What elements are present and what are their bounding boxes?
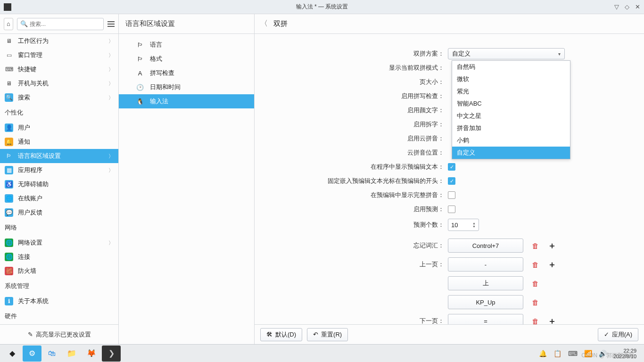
subcategory-item[interactable]: 🏳语言 <box>119 38 254 52</box>
sidebar-item[interactable]: 🔔通知 <box>0 135 118 149</box>
show-full-checkbox[interactable] <box>448 191 455 199</box>
highlight-changed-button[interactable]: ✎ 高亮显示已更改设置 <box>0 324 118 344</box>
scheme-option[interactable]: 智能ABC <box>452 98 570 110</box>
sidebar-item[interactable]: 🌐在线账户 <box>0 191 118 206</box>
sidebar-item-label: 开机与关机 <box>18 79 49 88</box>
tray-bell-icon[interactable]: 🔔 <box>539 350 547 357</box>
sidebar-item-icon: ▭ <box>5 51 13 59</box>
trash-icon[interactable]: 🗑 <box>530 297 540 307</box>
apply-button[interactable]: ✓应用(A) <box>598 328 638 341</box>
trash-icon[interactable]: 🗑 <box>530 278 540 288</box>
sidebar-item-label: 关于本系统 <box>18 297 49 305</box>
main-panel: 〈 双拼 双拼方案： 自定义 ▾ 自然码微软紫光智能ABC中文之星拼音加加小鹤自… <box>255 14 644 344</box>
search-field[interactable] <box>30 21 100 27</box>
tray-wifi-icon[interactable]: 📶 <box>584 350 592 357</box>
taskbar-app-terminal[interactable]: ❯ <box>102 346 121 362</box>
tray-volume-icon[interactable]: 🔊 <box>599 350 607 357</box>
sidebar-item[interactable]: 🖥开机与关机〉 <box>0 76 118 90</box>
tray-keyboard-icon[interactable]: ⌨ <box>568 350 578 357</box>
reset-button[interactable]: ↶重置(R) <box>307 328 348 341</box>
chevron-down-icon: ▾ <box>558 51 561 57</box>
taskbar-app-firefox[interactable]: 🦊 <box>82 346 101 362</box>
sidebar-item[interactable]: ▭窗口管理〉 <box>0 48 118 62</box>
sidebar-item[interactable]: ⌨快捷键〉 <box>0 62 118 76</box>
prevpage-key-1[interactable]: - <box>448 257 523 272</box>
chevron-right-icon: 〉 <box>108 167 114 174</box>
sidebar-category: 网络 <box>0 220 118 236</box>
subcategory-item[interactable]: 🐧输入法 <box>119 94 254 108</box>
window-minimize[interactable]: ▽ <box>614 3 619 10</box>
page-title: 双拼 <box>273 19 288 28</box>
start-menu[interactable]: ◆ <box>3 346 22 362</box>
tray-clipboard-icon[interactable]: 📋 <box>553 350 561 357</box>
sidebar-item-label: 无障碍辅助 <box>18 180 49 189</box>
subcategory-item[interactable]: A拼写检查 <box>119 66 254 80</box>
back-button[interactable]: 〈 <box>260 19 268 29</box>
sidebar-item-icon: 🔍 <box>5 93 13 102</box>
trash-icon[interactable]: 🗑 <box>530 259 540 270</box>
sidebar-item[interactable]: 🔍搜索〉 <box>0 90 118 105</box>
sidebar-item-label: 用户反馈 <box>18 208 42 217</box>
sidebar-item[interactable]: ℹ关于本系统 <box>0 294 118 308</box>
subcategory-label: 格式 <box>150 55 162 63</box>
chevron-right-icon: 〉 <box>108 38 114 45</box>
chevron-right-icon: 〉 <box>108 239 114 247</box>
scheme-combobox[interactable]: 自定义 ▾ <box>448 48 565 59</box>
predict-checkbox[interactable] <box>448 206 455 213</box>
sidebar-item[interactable]: 👤用户 <box>0 121 118 135</box>
sidebar-item[interactable]: 🖥工作区行为〉 <box>0 34 118 48</box>
plus-icon[interactable]: ＋ <box>547 316 557 324</box>
forget-key-button[interactable]: Control+7 <box>448 239 523 253</box>
sidebar-item-icon: 🔔 <box>5 138 13 146</box>
window-close[interactable]: ✕ <box>635 3 640 10</box>
nextpage-key-1[interactable]: = <box>448 314 523 324</box>
subcategory-icon: 🕑 <box>136 83 144 91</box>
scheme-dropdown[interactable]: 自然码微软紫光智能ABC中文之星拼音加加小鹤自定义 <box>452 60 570 159</box>
home-button[interactable]: ⌂ <box>4 18 13 30</box>
sidebar-item-icon: 🌐 <box>5 194 13 203</box>
preedit-checkbox[interactable]: ✓ <box>448 163 455 171</box>
menu-icon[interactable] <box>107 21 115 27</box>
plus-icon[interactable]: ＋ <box>547 259 557 270</box>
scheme-option[interactable]: 小鹤 <box>452 134 570 147</box>
scheme-option[interactable]: 自然码 <box>452 61 570 73</box>
plus-icon[interactable]: ＋ <box>547 240 557 251</box>
predict-count-spinbox[interactable]: 10▲▼ <box>448 219 479 231</box>
scheme-option[interactable]: 自定义 <box>452 147 570 159</box>
sidebar-item[interactable]: 🌐连接 <box>0 250 118 264</box>
sidebar-item-icon: ℹ <box>5 297 13 305</box>
sidebar-item[interactable]: ♿无障碍辅助 <box>0 177 118 191</box>
trash-icon[interactable]: 🗑 <box>530 240 540 251</box>
sidebar-item-label: 防火墙 <box>18 267 36 275</box>
taskbar-app-settings[interactable]: ⚙ <box>23 346 41 362</box>
taskbar-app-store[interactable]: 🛍 <box>42 346 61 362</box>
scheme-option[interactable]: 中文之星 <box>452 110 570 122</box>
cursor-fixed-checkbox[interactable]: ✓ <box>448 177 455 185</box>
subcategory-item[interactable]: 🏳格式 <box>119 52 254 66</box>
sidebar: ⌂ 🔍 🖥工作区行为〉▭窗口管理〉⌨快捷键〉🖥开机与关机〉🔍搜索〉个性化👤用户🔔… <box>0 14 119 344</box>
scheme-option[interactable]: 紫光 <box>452 85 570 98</box>
scheme-option[interactable]: 拼音加加 <box>452 122 570 134</box>
subcategory-item[interactable]: 🕑日期和时间 <box>119 80 254 94</box>
scheme-option[interactable]: 微软 <box>452 73 570 85</box>
prevpage-key-2[interactable]: 上 <box>448 276 523 290</box>
search-input[interactable]: 🔍 <box>17 18 104 30</box>
subcategory-icon: 🏳 <box>136 41 144 49</box>
taskbar-app-files[interactable]: 📁 <box>62 346 81 362</box>
trash-icon[interactable]: 🗑 <box>530 316 540 324</box>
sidebar-item[interactable]: 💬用户反馈 <box>0 206 118 220</box>
sidebar-item[interactable]: 🌐网络设置〉 <box>0 236 118 250</box>
sidebar-item[interactable]: 🏳语言和区域设置〉 <box>0 149 118 163</box>
sidebar-item[interactable]: ▦应用程序〉 <box>0 163 118 177</box>
window-title: 输入法 * — 系统设置 <box>296 3 348 11</box>
taskbar: ◆ ⚙ 🛍 📁 🦊 ❯ 🔔 📋 ⌨ 📶 🔊 22:29 2022/8/10 CS… <box>0 344 644 362</box>
sidebar-item[interactable]: 🧱防火墙 <box>0 264 118 278</box>
sidebar-item-label: 搜索 <box>18 93 30 102</box>
prevpage-key-3[interactable]: KP_Up <box>448 295 523 309</box>
subcategory-icon: 🐧 <box>136 97 144 106</box>
tray-clock[interactable]: 22:29 2022/8/10 <box>613 348 636 359</box>
sidebar-item-label: 用户 <box>18 123 30 132</box>
window-maximize[interactable]: ◇ <box>625 3 629 10</box>
subcategory-label: 语言 <box>150 41 162 49</box>
defaults-button[interactable]: 🛠默认(D) <box>260 328 302 341</box>
